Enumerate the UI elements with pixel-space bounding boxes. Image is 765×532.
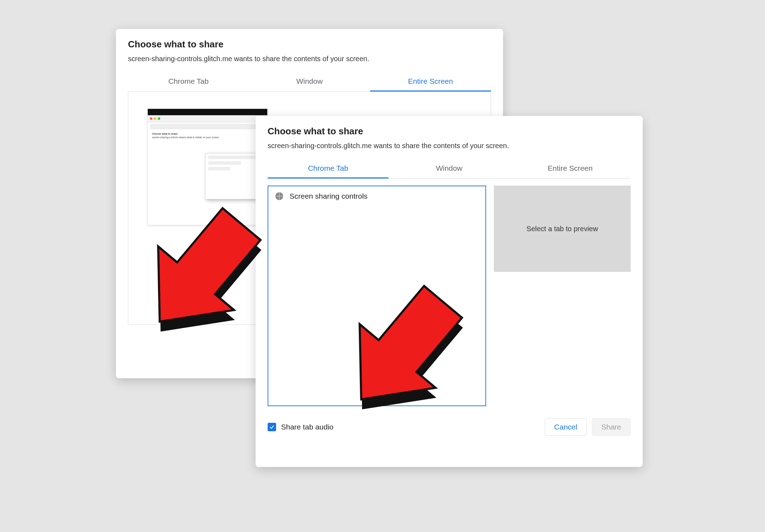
dialog-subtitle: screen-sharing-controls.glitch.me wants …	[268, 142, 631, 150]
share-button[interactable]: Share	[592, 418, 631, 436]
share-tabs: Chrome Tab Window Entire Screen	[268, 159, 631, 179]
tab-list-item[interactable]: Screen sharing controls	[275, 192, 478, 200]
share-dialog-chrome-tab: Choose what to share screen-sharing-cont…	[256, 116, 643, 467]
tab-list: Screen sharing controls	[268, 186, 486, 406]
globe-icon	[275, 192, 283, 200]
tab-window[interactable]: Window	[249, 72, 370, 91]
dialog-title: Choose what to share	[128, 39, 491, 50]
tab-chrome-tab[interactable]: Chrome Tab	[268, 159, 389, 178]
tab-entire-screen[interactable]: Entire Screen	[370, 72, 491, 91]
tab-list-item-label: Screen sharing controls	[290, 192, 368, 200]
tab-entire-screen[interactable]: Entire Screen	[510, 159, 631, 178]
share-tab-audio-label: Share tab audio	[281, 423, 333, 431]
share-tab-audio-option[interactable]: Share tab audio	[268, 423, 333, 431]
screen-thumbnail[interactable]: Choose what to share screen-sharing-cont…	[147, 109, 268, 225]
dialog-subtitle: screen-sharing-controls.glitch.me wants …	[128, 55, 491, 63]
preview-panel: Select a tab to preview	[494, 186, 631, 272]
preview-placeholder: Select a tab to preview	[526, 225, 598, 233]
tab-chrome-tab[interactable]: Chrome Tab	[128, 72, 249, 91]
cancel-button[interactable]: Cancel	[545, 418, 587, 436]
dialog-title: Choose what to share	[268, 126, 631, 137]
share-tab-audio-checkbox[interactable]	[268, 423, 276, 431]
share-tabs: Chrome Tab Window Entire Screen	[128, 72, 491, 92]
tab-window[interactable]: Window	[389, 159, 509, 178]
check-icon	[269, 424, 275, 430]
